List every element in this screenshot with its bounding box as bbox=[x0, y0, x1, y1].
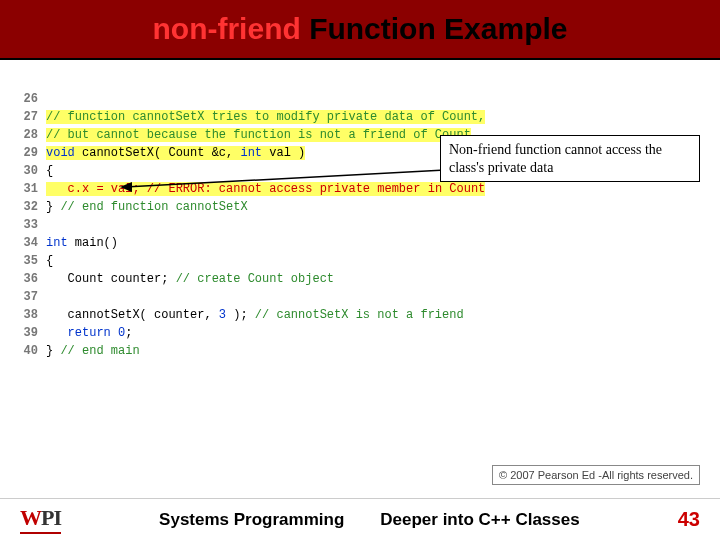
callout-annotation: Non-friend function cannot access the cl… bbox=[440, 135, 700, 182]
code-line: 40} // end main bbox=[12, 342, 502, 360]
line-number: 32 bbox=[12, 198, 38, 216]
line-number: 29 bbox=[12, 144, 38, 162]
code-line: 26 bbox=[12, 90, 502, 108]
title-bar: non-friend Function Example bbox=[0, 0, 720, 60]
line-number: 38 bbox=[12, 306, 38, 324]
code-line: 38 cannotSetX( counter, 3 ); // cannotSe… bbox=[12, 306, 502, 324]
title-rest: Function Example bbox=[301, 12, 568, 45]
code-line: 36 Count counter; // create Count object bbox=[12, 270, 502, 288]
line-number: 35 bbox=[12, 252, 38, 270]
svg-line-0 bbox=[125, 170, 445, 187]
line-number: 40 bbox=[12, 342, 38, 360]
code-line: 39 return 0; bbox=[12, 324, 502, 342]
svg-marker-1 bbox=[120, 182, 132, 192]
code-line: 29void cannotSetX( Count &c, int val ) bbox=[12, 144, 502, 162]
line-number: 36 bbox=[12, 270, 38, 288]
code-line: 35{ bbox=[12, 252, 502, 270]
line-number: 39 bbox=[12, 324, 38, 342]
copyright-notice: © 2007 Pearson Ed -All rights reserved. bbox=[492, 465, 700, 485]
code-line: 28// but cannot because the function is … bbox=[12, 126, 502, 144]
code-line: 34int main() bbox=[12, 234, 502, 252]
line-number: 34 bbox=[12, 234, 38, 252]
code-line: 37 bbox=[12, 288, 502, 306]
code-line: 27// function cannotSetX tries to modify… bbox=[12, 108, 502, 126]
page-number: 43 bbox=[678, 508, 700, 531]
code-listing: 26 27// function cannotSetX tries to mod… bbox=[12, 90, 502, 360]
line-number: 27 bbox=[12, 108, 38, 126]
footer-topic: Deeper into C++ Classes bbox=[380, 510, 579, 530]
line-number: 26 bbox=[12, 90, 38, 108]
line-number: 33 bbox=[12, 216, 38, 234]
line-number: 28 bbox=[12, 126, 38, 144]
slide-title: non-friend Function Example bbox=[152, 12, 567, 46]
callout-text: Non-friend function cannot access the cl… bbox=[449, 142, 662, 175]
slide-footer: WPI Systems Programming Deeper into C++ … bbox=[0, 498, 720, 540]
footer-center: Systems Programming Deeper into C++ Clas… bbox=[61, 510, 678, 530]
title-keyword: non-friend bbox=[152, 12, 300, 45]
line-number: 37 bbox=[12, 288, 38, 306]
footer-course: Systems Programming bbox=[159, 510, 344, 530]
line-number: 30 bbox=[12, 162, 38, 180]
line-number: 31 bbox=[12, 180, 38, 198]
code-line: 33 bbox=[12, 216, 502, 234]
wpi-logo: WPI bbox=[20, 505, 61, 534]
callout-arrow bbox=[120, 165, 450, 205]
